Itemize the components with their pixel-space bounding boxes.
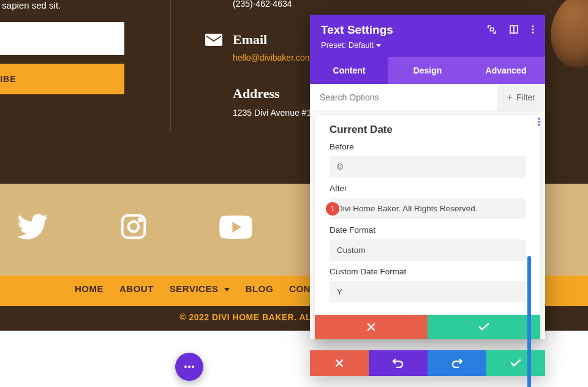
scroll-indicator[interactable] [527, 256, 531, 387]
before-input[interactable] [330, 156, 526, 178]
discard-button[interactable] [310, 350, 369, 376]
svg-point-6 [184, 366, 187, 368]
after-label: After [330, 184, 526, 193]
svg-point-16 [538, 121, 540, 122]
card-confirm-button[interactable] [428, 315, 540, 339]
card-more-icon[interactable] [533, 118, 545, 129]
panel-title: Text Settings [321, 23, 393, 37]
panel-bottom-actions [310, 350, 545, 376]
subscribe-button[interactable]: CRIBE [0, 64, 124, 94]
custom-format-label: Custom Date Format [330, 267, 526, 276]
address-heading: Address [233, 86, 280, 102]
svg-point-8 [192, 366, 194, 368]
svg-point-15 [538, 118, 540, 119]
before-label: Before [330, 142, 526, 151]
phone-value: (235)-462-4634 [233, 0, 292, 9]
nav-services[interactable]: SERVICES [170, 284, 230, 294]
svg-point-14 [532, 31, 533, 33]
date-format-label: Date Format [330, 225, 526, 235]
email-icon [205, 31, 223, 49]
after-input[interactable] [330, 198, 526, 219]
svg-point-13 [532, 28, 533, 30]
instagram-icon[interactable] [120, 213, 147, 246]
tab-design[interactable]: Design [388, 57, 467, 84]
filter-button[interactable]: +Filter [497, 84, 545, 111]
redo-button[interactable] [428, 350, 486, 376]
text-settings-panel: Text Settings Preset: Default Content De… [310, 15, 545, 339]
svg-rect-9 [491, 28, 494, 31]
annotation-badge-1: 1 [326, 202, 339, 216]
nav-about[interactable]: ABOUT [119, 284, 154, 294]
preset-dropdown[interactable]: Preset: Default [321, 40, 534, 50]
nav-home[interactable]: HOME [75, 284, 104, 294]
footer-nav: HOME ABOUT SERVICES BLOG CONTACT [0, 284, 336, 294]
columns-icon[interactable] [510, 25, 518, 36]
youtube-icon[interactable] [219, 214, 252, 245]
email-heading: Email [233, 32, 267, 48]
card-title: Current Date [315, 115, 540, 141]
svg-point-4 [129, 222, 139, 232]
save-button[interactable] [486, 350, 545, 376]
divider [170, 0, 171, 131]
tab-content[interactable]: Content [310, 57, 388, 84]
search-input[interactable] [310, 84, 497, 111]
svg-point-7 [188, 366, 190, 368]
builder-fab[interactable] [175, 353, 203, 381]
more-icon[interactable] [532, 25, 534, 36]
expand-icon[interactable] [488, 25, 496, 36]
undo-button[interactable] [369, 350, 428, 376]
twitter-icon[interactable] [17, 214, 48, 246]
svg-point-12 [532, 25, 533, 27]
date-format-select[interactable] [330, 239, 526, 261]
current-date-card: Current Date Before After Date Format Cu… [315, 115, 540, 339]
custom-format-input[interactable] [330, 281, 526, 302]
email-link[interactable]: hello@divibaker.com [233, 53, 312, 62]
svg-point-5 [139, 219, 141, 221]
card-cancel-button[interactable] [315, 315, 428, 339]
newsletter-input[interactable] [0, 22, 124, 55]
tab-advanced[interactable]: Advanced [467, 57, 545, 84]
address-value: 1235 Divi Avenue #10 [233, 108, 316, 118]
lorem-text: lectus sapien sed sit. [0, 0, 61, 10]
nav-blog[interactable]: BLOG [246, 284, 273, 294]
svg-point-17 [538, 124, 540, 126]
